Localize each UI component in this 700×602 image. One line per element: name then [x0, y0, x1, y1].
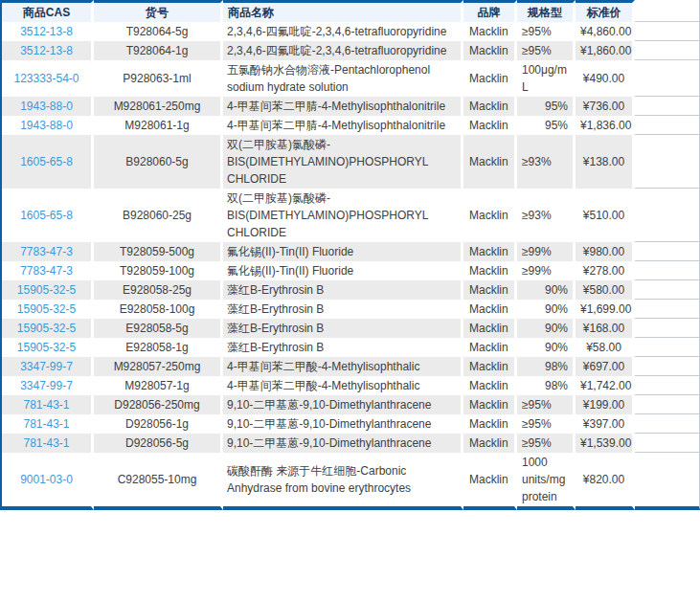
spec-cell: ≥95%	[517, 434, 576, 453]
spec-cell: ≥95%	[517, 414, 576, 434]
product-code-cell: D928056-1g	[94, 414, 223, 434]
cas-cell: 7783-47-3	[2, 242, 94, 261]
spec-cell: ≥93%	[517, 135, 576, 189]
cas-link[interactable]: 9001-03-0	[20, 473, 73, 486]
cas-link[interactable]: 15905-32-5	[17, 302, 76, 316]
product-list-page: 商品CAS 货号 商品名称 品牌 规格型 标准价 3512-13-8 T9280…	[0, 0, 700, 602]
product-code-cell: M928061-1g	[94, 116, 223, 135]
price-cell: ¥168.00	[576, 319, 635, 338]
spec-cell: ≥99%	[517, 261, 576, 280]
product-code-cell: E928058-1g	[94, 338, 223, 357]
cas-cell: 123333-54-0	[2, 60, 94, 97]
cas-link[interactable]: 15905-32-5	[17, 322, 76, 335]
cas-cell: 3347-99-7	[2, 357, 94, 376]
product-name-cell: 藻红B-Erythrosin B	[223, 300, 463, 319]
product-name-cell: 藻红B-Erythrosin B	[223, 338, 463, 357]
cas-cell: 781-43-1	[2, 395, 94, 414]
product-name-cell: 藻红B-Erythrosin B	[223, 319, 463, 338]
brand-cell: Macklin	[463, 434, 517, 453]
cas-link[interactable]: 15905-32-5	[17, 341, 76, 354]
empty-cell	[635, 434, 700, 453]
brand-cell: Macklin	[463, 60, 517, 97]
product-code-cell: E928058-25g	[94, 280, 223, 300]
spec-cell: ≥93%	[517, 189, 576, 242]
spec-cell: 90%	[517, 280, 576, 300]
cas-cell: 1943-88-0	[2, 116, 94, 135]
header-row: 商品CAS 货号 商品名称 品牌 规格型 标准价	[2, 0, 700, 22]
col-header-price: 标准价	[576, 0, 635, 22]
table-row: 3512-13-8 T928064-5g 2,3,4,6-四氟吡啶-2,3,4,…	[2, 22, 700, 41]
brand-cell: Macklin	[463, 261, 517, 280]
spec-cell: ≥99%	[517, 242, 576, 261]
table-row: 9001-03-0 C928055-10mg 碳酸酐酶 来源于牛红细胞-Carb…	[2, 453, 700, 510]
product-name-cell: 双(二甲胺基)氯酸磷-BIS(DIMETHYLAMINO)PHOSPHORYL …	[223, 135, 463, 189]
price-cell: ¥397.00	[576, 414, 635, 434]
cas-link[interactable]: 7783-47-3	[20, 264, 73, 278]
price-cell: ¥138.00	[576, 135, 635, 189]
brand-cell: Macklin	[463, 242, 517, 261]
brand-cell: Macklin	[463, 280, 517, 300]
brand-cell: Macklin	[463, 319, 517, 338]
cas-link[interactable]: 1943-88-0	[20, 100, 73, 113]
col-header-code: 货号	[94, 0, 223, 22]
cas-link[interactable]: 3347-99-7	[20, 360, 73, 373]
cas-cell: 1943-88-0	[2, 97, 94, 116]
cas-cell: 3512-13-8	[2, 22, 94, 41]
product-name-cell: 9,10-二甲基蒽-9,10-Dimethylanthracene	[223, 395, 463, 414]
brand-cell: Macklin	[463, 135, 517, 189]
empty-cell	[635, 376, 700, 395]
cas-link[interactable]: 781-43-1	[23, 417, 69, 431]
brand-cell: Macklin	[463, 116, 517, 135]
product-code-cell: M928057-1g	[94, 376, 223, 395]
product-code-cell: T928064-1g	[94, 41, 223, 60]
brand-cell: Macklin	[463, 453, 517, 510]
table-row: 1605-65-8 B928060-25g 双(二甲胺基)氯酸磷-BIS(DIM…	[2, 189, 700, 242]
table-row: 7783-47-3 T928059-500g 氟化锡(II)-Tin(II) F…	[2, 242, 700, 261]
col-header-cas: 商品CAS	[2, 0, 94, 22]
empty-cell	[635, 242, 700, 261]
product-name-cell: 氟化锡(II)-Tin(II) Fluoride	[223, 261, 463, 280]
product-name-cell: 双(二甲胺基)氯酸磷-BIS(DIMETHYLAMINO)PHOSPHORYL …	[223, 189, 463, 242]
price-cell: ¥4,860.00	[576, 22, 635, 41]
cas-link[interactable]: 3512-13-8	[20, 44, 73, 57]
spec-cell: 1000 units/mg protein	[517, 453, 576, 510]
spec-cell: 95%	[517, 97, 576, 116]
brand-cell: Macklin	[463, 22, 517, 41]
col-header-name: 商品名称	[223, 0, 463, 22]
cas-link[interactable]: 123333-54-0	[13, 72, 79, 85]
spec-cell: ≥95%	[517, 395, 576, 414]
product-name-cell: 4-甲基间苯二甲腈-4-Methylisophthalonitrile	[223, 116, 463, 135]
cas-link[interactable]: 1943-88-0	[20, 119, 73, 132]
cas-link[interactable]: 7783-47-3	[20, 245, 73, 258]
spec-cell: 100μg/mL	[517, 60, 576, 97]
cas-link[interactable]: 15905-32-5	[17, 283, 76, 297]
price-cell: ¥736.00	[576, 97, 635, 116]
product-code-cell: B928060-5g	[94, 135, 223, 189]
cas-cell: 3347-99-7	[2, 376, 94, 395]
empty-cell	[635, 189, 700, 242]
empty-cell	[635, 453, 700, 510]
price-cell: ¥580.00	[576, 280, 635, 300]
price-cell: ¥490.00	[576, 60, 635, 97]
product-code-cell: E928058-100g	[94, 300, 223, 319]
cas-link[interactable]: 3347-99-7	[20, 379, 73, 392]
cas-cell: 3512-13-8	[2, 41, 94, 60]
cas-link[interactable]: 781-43-1	[23, 398, 69, 412]
table-row: 3512-13-8 T928064-1g 2,3,4,6-四氟吡啶-2,3,4,…	[2, 41, 700, 60]
cas-link[interactable]: 1605-65-8	[20, 209, 73, 222]
product-name-cell: 氟化锡(II)-Tin(II) Fluoride	[223, 242, 463, 261]
price-cell: ¥697.00	[576, 357, 635, 376]
cas-cell: 15905-32-5	[2, 319, 94, 338]
product-code-cell: T928064-5g	[94, 22, 223, 41]
table-row: 7783-47-3 T928059-100g 氟化锡(II)-Tin(II) F…	[2, 261, 700, 280]
product-code-cell: M928057-250mg	[94, 357, 223, 376]
product-code-cell: D928056-5g	[94, 434, 223, 453]
cas-link[interactable]: 1605-65-8	[20, 155, 73, 168]
brand-cell: Macklin	[463, 376, 517, 395]
empty-cell	[635, 414, 700, 434]
spec-cell: 90%	[517, 338, 576, 357]
product-name-cell: 藻红B-Erythrosin B	[223, 280, 463, 300]
cas-link[interactable]: 781-43-1	[23, 436, 69, 450]
cas-link[interactable]: 3512-13-8	[20, 25, 73, 38]
table-row: 15905-32-5 E928058-100g 藻红B-Erythrosin B…	[2, 300, 700, 319]
